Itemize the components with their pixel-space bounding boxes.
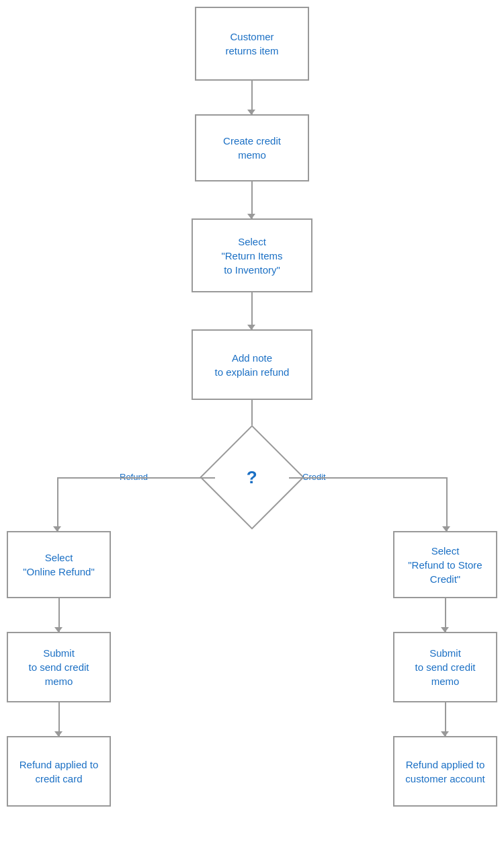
submit-left-label: Submit to send credit memo xyxy=(28,646,89,688)
diamond-label: ? xyxy=(247,466,257,487)
box-customer-returns: Customer returns item xyxy=(195,7,309,81)
select-online-refund-label: Select "Online Refund" xyxy=(23,551,95,579)
add-note-label: Add note to explain refund xyxy=(215,351,290,379)
select-return-items-label: Select "Return Items to Inventory" xyxy=(221,235,282,277)
submit-right-label: Submit to send credit memo xyxy=(415,646,475,688)
flowchart: Customer returns item Create credit memo… xyxy=(0,0,504,855)
refund-credit-card-label: Refund applied to credit card xyxy=(19,758,99,786)
box-select-return-items: Select "Return Items to Inventory" xyxy=(192,218,312,292)
diamond-container: ? xyxy=(215,440,289,514)
line-diamond-left-h xyxy=(57,477,215,479)
box-add-note: Add note to explain refund xyxy=(192,329,312,400)
box-select-store-credit: Select "Refund to Store Credit" xyxy=(393,531,497,598)
box-select-online-refund: Select "Online Refund" xyxy=(7,531,111,598)
line-right-v1 xyxy=(446,477,448,531)
select-store-credit-label: Select "Refund to Store Credit" xyxy=(408,544,482,586)
line-2-3 xyxy=(251,181,253,218)
box-submit-right: Submit to send credit memo xyxy=(393,632,497,702)
customer-returns-label: Customer returns item xyxy=(225,30,278,58)
line-diamond-right-h xyxy=(289,477,447,479)
box-create-credit-memo: Create credit memo xyxy=(195,114,309,181)
refund-customer-account-label: Refund applied to customer account xyxy=(405,758,485,786)
create-credit-memo-label: Create credit memo xyxy=(223,134,281,162)
box-refund-credit-card: Refund applied to credit card xyxy=(7,736,111,807)
line-left-v1 xyxy=(57,477,58,531)
box-submit-left: Submit to send credit memo xyxy=(7,632,111,702)
box-refund-customer-account: Refund applied to customer account xyxy=(393,736,497,807)
line-3-4 xyxy=(251,292,253,329)
